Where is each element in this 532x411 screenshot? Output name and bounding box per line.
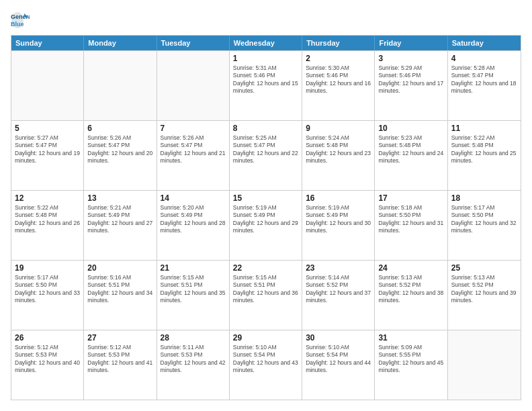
- day-info: Sunrise: 5:16 AMSunset: 5:51 PMDaylight:…: [87, 274, 152, 305]
- calendar-cell: 4Sunrise: 5:28 AMSunset: 5:47 PMDaylight…: [448, 51, 521, 120]
- calendar-cell: [157, 51, 230, 120]
- calendar: SundayMondayTuesdayWednesdayThursdayFrid…: [11, 35, 521, 400]
- calendar-cell: 29Sunrise: 5:10 AMSunset: 5:54 PMDayligh…: [230, 330, 302, 400]
- day-number: 9: [306, 124, 371, 133]
- day-header-friday: Friday: [375, 36, 447, 50]
- day-header-monday: Monday: [84, 36, 157, 50]
- calendar-cell: 2Sunrise: 5:30 AMSunset: 5:46 PMDaylight…: [302, 51, 375, 120]
- day-header-sunday: Sunday: [11, 36, 84, 50]
- day-number: 7: [161, 124, 226, 133]
- calendar-cell: 18Sunrise: 5:17 AMSunset: 5:50 PMDayligh…: [448, 191, 521, 260]
- day-number: 13: [87, 193, 152, 203]
- day-number: 4: [451, 54, 517, 63]
- day-info: Sunrise: 5:22 AMSunset: 5:48 PMDaylight:…: [15, 204, 80, 235]
- calendar-cell: 17Sunrise: 5:18 AMSunset: 5:50 PMDayligh…: [375, 191, 447, 260]
- calendar-cell: [84, 51, 157, 120]
- day-info: Sunrise: 5:12 AMSunset: 5:53 PMDaylight:…: [87, 344, 152, 375]
- day-info: Sunrise: 5:19 AMSunset: 5:49 PMDaylight:…: [233, 204, 298, 235]
- calendar-cell: 28Sunrise: 5:11 AMSunset: 5:53 PMDayligh…: [157, 330, 230, 400]
- calendar-cell: [11, 51, 84, 120]
- day-number: 12: [15, 193, 80, 203]
- calendar-cell: 21Sunrise: 5:15 AMSunset: 5:51 PMDayligh…: [157, 261, 230, 330]
- day-number: 31: [378, 333, 443, 342]
- calendar-cell: 7Sunrise: 5:26 AMSunset: 5:47 PMDaylight…: [157, 121, 230, 190]
- day-info: Sunrise: 5:14 AMSunset: 5:52 PMDaylight:…: [306, 274, 371, 305]
- day-info: Sunrise: 5:12 AMSunset: 5:53 PMDaylight:…: [15, 344, 80, 375]
- day-number: 24: [378, 263, 443, 273]
- calendar-page: General Blue SundayMondayTuesdayWednesda…: [0, 0, 532, 411]
- svg-text:Blue: Blue: [11, 21, 24, 28]
- day-number: 27: [87, 333, 152, 342]
- calendar-cell: 30Sunrise: 5:10 AMSunset: 5:54 PMDayligh…: [302, 330, 375, 400]
- calendar-cell: 3Sunrise: 5:29 AMSunset: 5:46 PMDaylight…: [375, 51, 447, 120]
- day-number: 15: [233, 193, 298, 203]
- day-header-tuesday: Tuesday: [157, 36, 230, 50]
- day-info: Sunrise: 5:30 AMSunset: 5:46 PMDaylight:…: [306, 64, 371, 95]
- calendar-cell: 1Sunrise: 5:31 AMSunset: 5:46 PMDaylight…: [230, 51, 302, 120]
- day-number: 16: [306, 193, 371, 203]
- day-number: 2: [306, 54, 371, 63]
- calendar-cell: [448, 330, 521, 400]
- calendar-cell: 23Sunrise: 5:14 AMSunset: 5:52 PMDayligh…: [302, 261, 375, 330]
- day-info: Sunrise: 5:13 AMSunset: 5:52 PMDaylight:…: [378, 274, 443, 305]
- day-info: Sunrise: 5:18 AMSunset: 5:50 PMDaylight:…: [378, 204, 443, 235]
- calendar-week-4: 19Sunrise: 5:17 AMSunset: 5:50 PMDayligh…: [11, 260, 521, 330]
- day-info: Sunrise: 5:15 AMSunset: 5:51 PMDaylight:…: [233, 274, 298, 305]
- day-info: Sunrise: 5:23 AMSunset: 5:48 PMDaylight:…: [378, 134, 443, 165]
- calendar-cell: 14Sunrise: 5:20 AMSunset: 5:49 PMDayligh…: [157, 191, 230, 260]
- day-number: 14: [161, 193, 226, 203]
- calendar-cell: 13Sunrise: 5:21 AMSunset: 5:49 PMDayligh…: [84, 191, 157, 260]
- calendar-cell: 6Sunrise: 5:26 AMSunset: 5:47 PMDaylight…: [84, 121, 157, 190]
- calendar-cell: 15Sunrise: 5:19 AMSunset: 5:49 PMDayligh…: [230, 191, 302, 260]
- day-info: Sunrise: 5:10 AMSunset: 5:54 PMDaylight:…: [233, 344, 298, 375]
- calendar-cell: 20Sunrise: 5:16 AMSunset: 5:51 PMDayligh…: [84, 261, 157, 330]
- day-number: 25: [451, 263, 517, 273]
- calendar-week-1: 1Sunrise: 5:31 AMSunset: 5:46 PMDaylight…: [11, 50, 521, 120]
- day-info: Sunrise: 5:27 AMSunset: 5:47 PMDaylight:…: [15, 134, 80, 165]
- day-info: Sunrise: 5:24 AMSunset: 5:48 PMDaylight:…: [306, 134, 371, 165]
- calendar-cell: 12Sunrise: 5:22 AMSunset: 5:48 PMDayligh…: [11, 191, 84, 260]
- day-info: Sunrise: 5:17 AMSunset: 5:50 PMDaylight:…: [451, 204, 517, 235]
- day-info: Sunrise: 5:21 AMSunset: 5:49 PMDaylight:…: [87, 204, 152, 235]
- day-info: Sunrise: 5:13 AMSunset: 5:52 PMDaylight:…: [451, 274, 517, 305]
- day-number: 20: [87, 263, 152, 273]
- day-info: Sunrise: 5:31 AMSunset: 5:46 PMDaylight:…: [233, 64, 298, 95]
- logo-container: General Blue: [11, 11, 30, 30]
- day-info: Sunrise: 5:20 AMSunset: 5:49 PMDaylight:…: [161, 204, 226, 235]
- calendar-cell: 8Sunrise: 5:25 AMSunset: 5:47 PMDaylight…: [230, 121, 302, 190]
- calendar-header: SundayMondayTuesdayWednesdayThursdayFrid…: [11, 36, 521, 50]
- calendar-cell: 5Sunrise: 5:27 AMSunset: 5:47 PMDaylight…: [11, 121, 84, 190]
- calendar-cell: 26Sunrise: 5:12 AMSunset: 5:53 PMDayligh…: [11, 330, 84, 400]
- day-header-thursday: Thursday: [302, 36, 375, 50]
- day-number: 8: [233, 124, 298, 133]
- day-number: 11: [451, 124, 517, 133]
- day-info: Sunrise: 5:29 AMSunset: 5:46 PMDaylight:…: [378, 64, 443, 95]
- calendar-cell: 24Sunrise: 5:13 AMSunset: 5:52 PMDayligh…: [375, 261, 447, 330]
- calendar-cell: 11Sunrise: 5:22 AMSunset: 5:48 PMDayligh…: [448, 121, 521, 190]
- calendar-cell: 9Sunrise: 5:24 AMSunset: 5:48 PMDaylight…: [302, 121, 375, 190]
- day-number: 18: [451, 193, 517, 203]
- calendar-week-5: 26Sunrise: 5:12 AMSunset: 5:53 PMDayligh…: [11, 330, 521, 400]
- day-info: Sunrise: 5:22 AMSunset: 5:48 PMDaylight:…: [451, 134, 517, 165]
- day-number: 23: [306, 263, 371, 273]
- day-header-saturday: Saturday: [448, 36, 521, 50]
- day-number: 21: [161, 263, 226, 273]
- calendar-cell: 27Sunrise: 5:12 AMSunset: 5:53 PMDayligh…: [84, 330, 157, 400]
- day-number: 10: [378, 124, 443, 133]
- day-info: Sunrise: 5:19 AMSunset: 5:49 PMDaylight:…: [306, 204, 371, 235]
- day-number: 30: [306, 333, 371, 342]
- day-number: 5: [15, 124, 80, 133]
- day-number: 19: [15, 263, 80, 273]
- day-info: Sunrise: 5:26 AMSunset: 5:47 PMDaylight:…: [161, 134, 226, 165]
- day-header-wednesday: Wednesday: [230, 36, 302, 50]
- calendar-cell: 31Sunrise: 5:09 AMSunset: 5:55 PMDayligh…: [375, 330, 447, 400]
- day-number: 28: [161, 333, 226, 342]
- day-info: Sunrise: 5:25 AMSunset: 5:47 PMDaylight:…: [233, 134, 298, 165]
- logo-graphic: General Blue: [11, 11, 30, 30]
- day-number: 1: [233, 54, 298, 63]
- calendar-body: 1Sunrise: 5:31 AMSunset: 5:46 PMDaylight…: [11, 50, 521, 400]
- calendar-cell: 22Sunrise: 5:15 AMSunset: 5:51 PMDayligh…: [230, 261, 302, 330]
- day-number: 6: [87, 124, 152, 133]
- day-info: Sunrise: 5:28 AMSunset: 5:47 PMDaylight:…: [451, 64, 517, 95]
- day-number: 29: [233, 333, 298, 342]
